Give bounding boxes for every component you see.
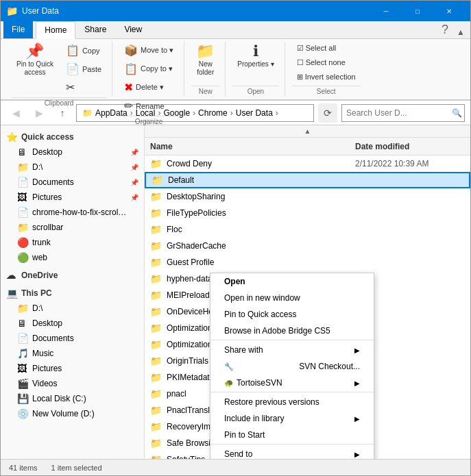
ctx-svn-icon: 🔧 <box>224 362 234 371</box>
arrow-icon-2: ▶ <box>354 379 360 387</box>
ribbon-group-new-content: 📁 Newfolder <box>191 42 219 84</box>
move-to-button[interactable]: 📦 Move to ▾ <box>119 42 178 59</box>
pc-d-icon: 📁 <box>17 303 29 314</box>
chrome-fix-icon: 📄 <box>17 207 29 218</box>
folder-icon: 📁 <box>150 421 162 432</box>
ctx-include-library[interactable]: Include in library ▶ <box>210 410 374 427</box>
select-all-button[interactable]: ☑ Select all <box>292 42 361 55</box>
sidebar-item-trunk[interactable]: 🔴 trunk <box>1 235 144 250</box>
sidebar-item-pc-desktop[interactable]: 🖥 Desktop <box>1 316 144 331</box>
arrow-icon-4: ▶ <box>354 451 360 458</box>
documents-label: Documents <box>32 177 74 187</box>
sidebar-item-chrome-fix[interactable]: 📄 chrome-how-to-fix-scrollbar-not-work <box>1 205 144 220</box>
sidebar-item-local-disk[interactable]: 💾 Local Disk (C:) <box>1 391 144 406</box>
tab-home[interactable]: Home <box>36 21 75 39</box>
documents-icon: 📄 <box>17 177 29 188</box>
pc-d-label: D:\ <box>32 303 43 313</box>
pc-music-label: Music <box>32 349 53 358</box>
ctx-share-with[interactable]: Share with ▶ <box>210 342 374 358</box>
new-folder-icon: 📁 <box>196 44 215 59</box>
sidebar-item-pc-pictures[interactable]: 🖼 Pictures <box>1 361 144 376</box>
sidebar-item-pc-music[interactable]: 🎵 Music <box>1 346 144 361</box>
col-date-header[interactable]: Date modified <box>355 142 465 151</box>
ribbon-tabs: File Home Share View ? ▲ <box>1 21 470 39</box>
title-bar: 📁 User Data ─ □ ✕ <box>1 1 470 21</box>
folder-icon: 📁 <box>150 388 162 399</box>
copy-label: Copy <box>82 47 100 55</box>
rename-button[interactable]: ✏ Rename <box>119 97 178 114</box>
sidebar-item-pc-d[interactable]: 📁 D:\ <box>1 301 144 316</box>
sidebar-item-pc-documents[interactable]: 📄 Documents <box>1 331 144 346</box>
help-icon[interactable]: ? <box>436 21 454 38</box>
sidebar-item-d-drive[interactable]: 📁 D:\ 📌 <box>1 160 144 175</box>
properties-label: Properties ▾ <box>237 60 274 68</box>
sidebar-item-new-volume[interactable]: 💿 New Volume (D:) <box>1 406 144 421</box>
paste-button[interactable]: 📄 Paste <box>61 60 106 77</box>
sidebar-item-pictures[interactable]: 🖼 Pictures 📌 <box>1 190 144 205</box>
sidebar-onedrive-header[interactable]: ☁ OneDrive <box>1 268 144 283</box>
sidebar-section-quick-access: ⭐ Quick access 🖥 Desktop 📌 📁 D:\ 📌 📄 Doc… <box>1 128 144 266</box>
address-path[interactable]: 📁 AppData › Local › Google › Chrome › Us… <box>76 104 314 122</box>
pin-quick-access-button[interactable]: 📌 Pin to Quickaccess <box>12 42 58 79</box>
select-none-label: ☐ Select none <box>297 58 346 67</box>
pictures-pin-icon: 📌 <box>130 194 138 201</box>
ctx-open-new-window[interactable]: Open in new window <box>210 290 374 306</box>
desktop-pin-icon: 📌 <box>130 149 138 156</box>
copy-button[interactable]: 📋 Copy <box>61 42 106 59</box>
close-button[interactable]: ✕ <box>433 1 465 21</box>
sidebar-quick-access-header[interactable]: ⭐ Quick access <box>1 129 144 145</box>
maximize-button[interactable]: □ <box>402 1 433 21</box>
local-disk-label: Local Disk (C:) <box>32 394 86 403</box>
trunk-label: trunk <box>32 238 51 247</box>
tab-file[interactable]: File <box>3 21 33 38</box>
file-item-grshadercache[interactable]: 📁 GrShaderCache <box>145 238 470 254</box>
file-item-guest-profile[interactable]: 📁 Guest Profile <box>145 254 470 271</box>
file-item-desktop-sharing[interactable]: 📁 DesktopSharing <box>145 188 470 205</box>
file-item-default[interactable]: 📁 Default <box>145 172 470 188</box>
ctx-browse-adobe[interactable]: Browse in Adobe Bridge CS5 <box>210 323 374 340</box>
file-name: Floc <box>167 225 351 234</box>
properties-button[interactable]: ℹ Properties ▾ <box>232 42 278 70</box>
new-folder-button[interactable]: 📁 Newfolder <box>191 42 219 79</box>
ctx-pin-quick[interactable]: Pin to Quick access <box>210 306 374 323</box>
clipboard-label: Clipboard <box>12 97 106 108</box>
ctx-svn-checkout[interactable]: 🔧 SVN Checkout... <box>210 358 374 375</box>
col-name-header[interactable]: Name <box>150 142 355 151</box>
folder-icon: 📁 <box>150 208 162 218</box>
file-item-crowd-deny[interactable]: 📁 Crowd Deny 2/11/2022 10:39 AM <box>145 155 470 172</box>
tortoise-icon: 🐢 <box>224 379 234 388</box>
copy-to-button[interactable]: 📋 Copy to ▾ <box>119 60 178 77</box>
ctx-tortoise-svn[interactable]: 🐢 TortoiseSVN ▶ <box>210 375 374 392</box>
folder-icon: 📁 <box>150 339 162 350</box>
context-menu: Open Open in new window Pin to Quick acc… <box>210 273 374 459</box>
ctx-open[interactable]: Open <box>210 273 374 290</box>
ribbon-group-clipboard-content: 📌 Pin to Quickaccess 📋 Copy 📄 Paste ✂ <box>12 42 106 96</box>
cut-icon-button[interactable]: ✂ <box>61 79 106 96</box>
sort-indicator: ▲ <box>145 125 470 138</box>
search-box[interactable]: 🔍 <box>341 104 465 122</box>
sidebar-item-documents[interactable]: 📄 Documents 📌 <box>1 175 144 190</box>
ribbon-collapse-icon[interactable]: ▲ <box>454 26 468 38</box>
search-input[interactable] <box>346 108 449 118</box>
ctx-send-to[interactable]: Send to ▶ <box>210 446 374 459</box>
refresh-button[interactable]: ⟳ <box>318 103 337 123</box>
tab-share[interactable]: Share <box>75 21 115 38</box>
select-label: Select <box>292 86 361 97</box>
select-none-button[interactable]: ☐ Select none <box>292 56 361 69</box>
path-chrome[interactable]: Chrome <box>198 108 228 118</box>
ctx-pin-start-label: Pin to Start <box>224 430 265 440</box>
sidebar-item-pc-videos[interactable]: 🎬 Videos <box>1 376 144 391</box>
sidebar-this-pc-header[interactable]: 💻 This PC <box>1 286 144 301</box>
ctx-restore-prev[interactable]: Restore previous versions <box>210 394 374 410</box>
invert-selection-button[interactable]: ⊞ Invert selection <box>292 71 361 84</box>
file-item-filetypepolicies[interactable]: 📁 FileTypePolicies <box>145 205 470 221</box>
file-item-floc[interactable]: 📁 Floc <box>145 221 470 238</box>
sidebar-item-desktop[interactable]: 🖥 Desktop 📌 <box>1 145 144 160</box>
tab-view[interactable]: View <box>115 21 151 38</box>
delete-button[interactable]: ✖ Delete ▾ <box>119 79 178 96</box>
path-userdata[interactable]: User Data <box>236 108 273 118</box>
minimize-button[interactable]: ─ <box>370 1 402 21</box>
sidebar-item-scrollbar[interactable]: 📁 scrollbar <box>1 220 144 235</box>
ctx-pin-start[interactable]: Pin to Start <box>210 427 374 444</box>
sidebar-item-web[interactable]: 🟢 web <box>1 250 144 265</box>
